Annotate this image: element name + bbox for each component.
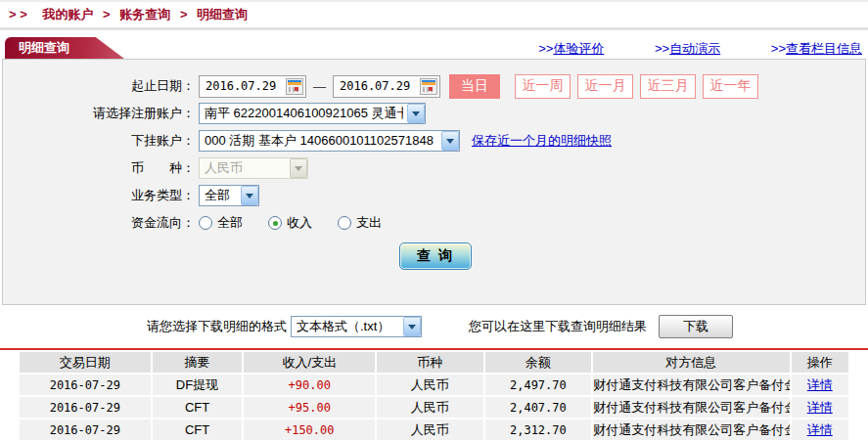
- business-type-value: 全部: [205, 187, 237, 204]
- cell-summary: CFT: [153, 397, 243, 418]
- section-header: 明细查询 >>体验评价 >>自动演示 >>查看栏目信息: [0, 37, 868, 59]
- col-header-summary: 摘要: [153, 352, 243, 373]
- breadcrumb-divider: [0, 27, 868, 30]
- query-form-panel: 起止日期： 2016.07.29 — 2016.07.29 当日 近一周 近一月…: [2, 59, 866, 305]
- fund-flow-label: 资金流向：: [3, 214, 195, 232]
- table-header-row: 交易日期 摘要 收入/支出 币种 余额 对方信息 操作: [20, 352, 848, 373]
- radio-checked-icon[interactable]: [268, 216, 282, 230]
- col-header-date: 交易日期: [20, 352, 151, 373]
- business-type-label: 业务类型：: [3, 187, 195, 204]
- cell-date: 2016-07-29: [20, 375, 151, 395]
- chevron-down-icon[interactable]: [241, 186, 258, 205]
- range-last-week-button[interactable]: 近一周: [515, 74, 571, 99]
- chevron-down-icon[interactable]: [441, 131, 459, 151]
- detail-link[interactable]: 详情: [807, 400, 833, 415]
- breadcrumb-item-my-account[interactable]: 我的账户: [42, 7, 93, 22]
- breadcrumb-item-account-query[interactable]: 账务查询: [119, 7, 170, 22]
- header-links: >>体验评价 >>自动演示 >>查看栏目信息: [538, 40, 862, 58]
- chevron-down-icon[interactable]: [407, 104, 425, 123]
- download-hint: 您可以在这里下载查询明细结果: [469, 318, 647, 335]
- table-row: 2016-07-29 DF提现 +90.00 人民币 2,497.70 财付通支…: [20, 375, 848, 395]
- currency-label: 币 种：: [3, 159, 195, 177]
- start-date-input[interactable]: 2016.07.29: [199, 75, 306, 98]
- breadcrumb-separator: >: [180, 7, 188, 22]
- col-header-action: 操作: [792, 352, 848, 373]
- range-last-year-button[interactable]: 近一年: [703, 74, 758, 99]
- sub-account-value: 000 活期 基本户 1406600101102571848: [205, 132, 437, 150]
- currency-select: 人民币: [199, 157, 308, 179]
- range-last-3-months-button[interactable]: 近三月: [640, 74, 696, 99]
- auto-demo-link[interactable]: >>自动演示: [655, 41, 720, 56]
- table-row: 2016-07-29 CFT +150.00 人民币 2,312.70 财付通支…: [20, 419, 848, 440]
- register-account-label: 请选择注册账户：: [3, 105, 195, 122]
- chevron-down-icon: [290, 158, 307, 178]
- chevron-down-icon[interactable]: [403, 317, 421, 336]
- download-format-label: 请您选择下载明细的格式: [147, 318, 287, 335]
- page-title-tab: 明细查询: [5, 37, 124, 59]
- end-date-input[interactable]: 2016.07.29: [333, 75, 440, 98]
- flow-option-income[interactable]: 收入: [268, 214, 312, 232]
- fund-flow-row: 资金流向： 全部 收入 支出: [3, 211, 865, 235]
- sub-account-label: 下挂账户：: [3, 132, 195, 150]
- transaction-table: 交易日期 摘要 收入/支出 币种 余额 对方信息 操作 2016-07-29 D…: [18, 350, 850, 441]
- download-format-select[interactable]: 文本格式（.txt）: [291, 316, 422, 337]
- radio-unchecked-icon[interactable]: [199, 216, 212, 230]
- cell-amount: +90.00: [244, 375, 375, 395]
- end-date-value: 2016.07.29: [340, 79, 420, 93]
- sub-account-row: 下挂账户： 000 活期 基本户 1406600101102571848 保存近…: [3, 129, 865, 153]
- cell-balance: 2,497.70: [485, 375, 592, 395]
- cell-currency: 人民币: [377, 419, 483, 440]
- business-type-select[interactable]: 全部: [199, 185, 259, 206]
- experience-review-link[interactable]: >>体验评价: [538, 41, 604, 56]
- cell-amount: +150.00: [244, 419, 375, 440]
- breadcrumb-separator: >: [103, 7, 111, 22]
- cell-amount: +95.00: [244, 397, 375, 418]
- col-header-balance: 余额: [485, 352, 592, 373]
- query-button[interactable]: 查 询: [399, 243, 472, 270]
- breadcrumb-prefix: > >: [9, 7, 27, 22]
- query-button-row: 查 询: [3, 243, 865, 270]
- flow-option-label: 收入: [287, 214, 312, 232]
- cell-counterparty: 财付通支付科技有限公司客户备付金: [593, 419, 789, 440]
- detail-link[interactable]: 详情: [807, 422, 833, 437]
- cell-date: 2016-07-29: [20, 397, 151, 418]
- currency-row: 币 种： 人民币: [3, 156, 865, 180]
- sub-account-select[interactable]: 000 活期 基本户 1406600101102571848: [199, 130, 460, 152]
- flow-option-expense[interactable]: 支出: [338, 214, 382, 232]
- radio-unchecked-icon[interactable]: [338, 216, 351, 230]
- register-account-row: 请选择注册账户： 南平 6222001406100921065 灵通卡: [3, 102, 865, 125]
- flow-option-all[interactable]: 全部: [199, 214, 243, 232]
- detail-link[interactable]: 详情: [807, 377, 833, 392]
- currency-value: 人民币: [205, 159, 286, 177]
- breadcrumb: > > 我的账户 > 账务查询 > 明细查询: [0, 2, 868, 27]
- download-button[interactable]: 下载: [659, 315, 733, 338]
- col-header-counterparty: 对方信息: [593, 352, 789, 373]
- register-account-value: 南平 6222001406100921065 灵通卡: [205, 105, 403, 122]
- col-header-amount: 收入/支出: [244, 352, 375, 373]
- flow-option-label: 支出: [356, 214, 382, 232]
- table-row: 2016-07-29 CFT +95.00 人民币 2,407.70 财付通支付…: [20, 397, 848, 418]
- register-account-select[interactable]: 南平 6222001406100921065 灵通卡: [199, 103, 426, 124]
- range-last-month-button[interactable]: 近一月: [577, 74, 633, 99]
- cell-balance: 2,312.70: [485, 419, 592, 440]
- cell-balance: 2,407.70: [485, 397, 592, 418]
- cell-currency: 人民币: [377, 397, 483, 418]
- calendar-icon[interactable]: [420, 78, 437, 95]
- cell-date: 2016-07-29: [20, 419, 151, 440]
- business-type-row: 业务类型： 全部: [3, 184, 865, 207]
- range-today-button[interactable]: 当日: [449, 74, 500, 99]
- cell-counterparty: 财付通支付科技有限公司客户备付金: [593, 375, 789, 395]
- cell-currency: 人民币: [377, 375, 483, 395]
- col-header-currency: 币种: [377, 352, 483, 373]
- cell-summary: DF提现: [153, 375, 243, 395]
- cell-summary: CFT: [153, 419, 243, 440]
- download-row: 请您选择下载明细的格式 文本格式（.txt） 您可以在这里下载查询明细结果 下载: [147, 315, 868, 338]
- save-snapshot-link[interactable]: 保存近一个月的明细快照: [472, 132, 612, 150]
- calendar-icon[interactable]: [286, 78, 303, 95]
- date-range-label: 起止日期：: [3, 77, 195, 95]
- flow-option-label: 全部: [217, 214, 243, 232]
- date-range-dash: —: [313, 79, 326, 94]
- column-info-link[interactable]: >>查看栏目信息: [771, 41, 862, 56]
- breadcrumb-item-detail-query: 明细查询: [197, 7, 248, 22]
- date-range-row: 起止日期： 2016.07.29 — 2016.07.29 当日 近一周 近一月…: [3, 74, 865, 98]
